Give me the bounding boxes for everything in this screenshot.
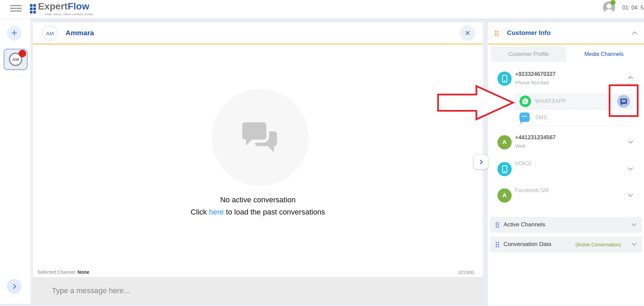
chevron-down-icon[interactable] xyxy=(628,192,633,197)
active-conversation-badge: (Active Conversation) xyxy=(575,242,621,247)
chat-header-initials: AM xyxy=(46,30,54,36)
annotation-arrow xyxy=(437,84,515,122)
section-conversation-data[interactable]: Conversation Data (Active Conversation) xyxy=(490,237,642,252)
customer-info-tabs: Customer Profile Media Channels xyxy=(491,46,642,62)
chevron-up-icon[interactable] xyxy=(628,76,633,81)
empty-state-illustration xyxy=(212,89,309,186)
logo-tagline: chat, voice, video contact center xyxy=(45,12,113,16)
chat-header-avatar: AM xyxy=(42,25,58,41)
avatar-letter-icon: A xyxy=(497,135,512,149)
session-timer: 01: 04: 53 xyxy=(622,5,644,11)
smartphone-icon xyxy=(497,162,512,176)
phone-number-type: Phone Number xyxy=(515,80,549,85)
drag-handle-icon[interactable] xyxy=(495,30,498,36)
chevron-right-icon xyxy=(478,160,482,164)
annotation-rectangle xyxy=(609,84,639,117)
drag-handle-icon[interactable] xyxy=(495,242,499,247)
chevron-down-icon[interactable] xyxy=(628,165,633,171)
customer-info-header: Customer Info xyxy=(488,22,644,44)
tab-media-channels[interactable]: Media Channels xyxy=(566,46,642,62)
phone-number-value: +923324670327 xyxy=(515,71,556,77)
close-conversation-button[interactable]: ✕ xyxy=(460,25,475,41)
drag-handle-icon[interactable] xyxy=(495,222,499,228)
plus-icon: + xyxy=(11,28,17,38)
chevron-down-icon[interactable] xyxy=(631,221,637,227)
avatar-letter: A xyxy=(503,139,507,146)
web-number-type: Web xyxy=(515,143,526,149)
chevron-down-icon[interactable] xyxy=(628,139,633,144)
hint-prefix: Click xyxy=(191,208,207,216)
new-conversation-button[interactable]: + xyxy=(7,26,22,41)
chevron-right-icon xyxy=(11,284,16,289)
conversation-initials: AM xyxy=(12,57,19,62)
expertflow-logo-icon xyxy=(30,4,37,14)
status-online-dot xyxy=(610,0,615,5)
top-bar: ExpertFlow chat, voice, video contact ce… xyxy=(0,0,644,19)
rail-expand-button[interactable] xyxy=(7,279,22,294)
whatsapp-icon xyxy=(519,96,531,107)
message-composer xyxy=(33,278,483,304)
chevron-up-icon[interactable] xyxy=(632,31,638,37)
customer-info-panel: Customer Info Customer Profile Media Cha… xyxy=(488,22,644,306)
hamburger-menu-icon[interactable] xyxy=(10,5,22,13)
active-channels-label: Active Channels xyxy=(504,221,545,228)
chat-title: Ammara xyxy=(65,29,94,37)
facebook-channel-label: Facebook SM xyxy=(515,187,549,193)
section-active-channels[interactable]: Active Channels xyxy=(490,217,642,233)
logo-text-flow: Flow xyxy=(68,1,89,12)
chat-bubbles-icon xyxy=(240,119,281,157)
conversation-tab-ammara[interactable]: AM xyxy=(4,49,27,70)
close-icon: ✕ xyxy=(465,29,471,37)
sms-icon: ••• xyxy=(519,113,530,122)
avatar-letter-icon: A xyxy=(497,188,512,203)
selected-channel: Selected Channel: None xyxy=(37,269,89,275)
avatar-letter: A xyxy=(503,192,507,199)
alert-badge xyxy=(19,50,26,57)
chat-header: AM Ammara ✕ xyxy=(33,22,483,44)
message-input[interactable] xyxy=(52,278,425,304)
channel-label-whatsapp: WHATSAPP xyxy=(535,93,566,109)
voice-channel-label: VOICE xyxy=(515,161,532,167)
chevron-down-icon[interactable] xyxy=(631,241,637,246)
hint-suffix: to load the past conversations xyxy=(226,208,325,216)
selected-channel-value: None xyxy=(77,269,89,275)
load-past-conversations-link[interactable]: here xyxy=(209,208,224,216)
logo-text-expert: Expert xyxy=(38,1,68,12)
empty-state-hint: Click here to load the past conversation… xyxy=(33,208,483,217)
tab-customer-profile[interactable]: Customer Profile xyxy=(491,46,566,62)
customer-info-title: Customer Info xyxy=(507,29,551,37)
selected-channel-label: Selected Channel: xyxy=(37,269,76,275)
conversation-data-label: Conversation Data xyxy=(504,241,551,248)
conversation-rail: + AM xyxy=(0,19,31,304)
chat-panel: AM Ammara ✕ No active conversation Click… xyxy=(33,22,483,304)
empty-state-title: No active conversation xyxy=(33,196,483,204)
panel-toggle-button[interactable] xyxy=(474,155,488,169)
web-number-value: +441231234567 xyxy=(515,134,556,141)
channel-label-sms: SMS xyxy=(535,109,547,126)
character-counter: 0/1000 xyxy=(458,269,474,275)
